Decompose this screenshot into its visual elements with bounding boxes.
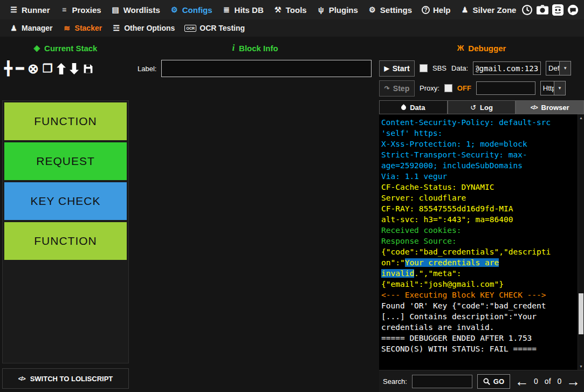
- stack-block-function[interactable]: FUNCTION: [4, 102, 127, 140]
- tab-log[interactable]: ↺ Log: [448, 100, 516, 114]
- result-total: 0: [558, 377, 562, 386]
- chat-icon[interactable]: [567, 4, 579, 16]
- search-go-button[interactable]: GO: [477, 374, 510, 389]
- nav-item-label: Plugins: [329, 5, 358, 15]
- chevron-down-icon[interactable]: ▼: [554, 81, 565, 95]
- stack-block-function[interactable]: FUNCTION: [4, 222, 127, 260]
- nav-item-label: Silver Zone: [473, 5, 517, 15]
- log-line: on":"Your credentials are: [381, 257, 576, 268]
- log-line: X-Xss-Protection: 1; mode=block: [381, 139, 576, 149]
- code-icon: </>: [531, 104, 538, 111]
- history-icon[interactable]: [521, 4, 533, 16]
- nav-item-ocr-testing[interactable]: OCROCR Testing: [180, 19, 250, 37]
- search-input[interactable]: [412, 375, 472, 388]
- prev-result-arrow[interactable]: ←: [515, 374, 529, 388]
- sbs-checkbox[interactable]: [420, 64, 428, 72]
- start-button[interactable]: ▶ Start: [379, 60, 415, 77]
- ocr-icon: OCR: [184, 25, 196, 32]
- play-icon: ▶: [384, 65, 389, 72]
- nav-item-stacker[interactable]: ≋Stacker: [58, 19, 107, 37]
- nav-item-plugins[interactable]: ψPlugins: [312, 0, 363, 19]
- nav-item-help[interactable]: ?Help: [417, 0, 456, 19]
- proxy-input[interactable]: [476, 81, 535, 95]
- remove-block-icon[interactable]: ━: [16, 61, 23, 76]
- gear-icon: ⚙: [368, 5, 377, 14]
- move-up-icon[interactable]: [57, 63, 66, 74]
- sub-nav-items: ♟Manager≋Stacker☲Other OptionsOCROCR Tes…: [4, 19, 250, 37]
- log-line: Received cookies:: [381, 225, 576, 236]
- log-search-bar: Search: GO ← 0 of 0 →: [379, 370, 584, 392]
- debugger-header: Ж Debugger: [379, 44, 584, 53]
- nav-item-label: Settings: [380, 5, 412, 15]
- scroll-down-icon[interactable]: ▼: [578, 365, 584, 368]
- nav-item-manager[interactable]: ♟Manager: [4, 19, 58, 37]
- nav-item-runner[interactable]: ☰Runner: [4, 0, 55, 19]
- topnav-icon-buttons: [521, 4, 580, 16]
- save-icon[interactable]: [83, 63, 94, 74]
- log-line: {"code":"bad_credentials","descripti: [381, 246, 576, 257]
- add-block-icon[interactable]: ╋: [4, 61, 12, 76]
- next-result-arrow[interactable]: →: [566, 374, 580, 388]
- scrollbar-thumb[interactable]: [579, 293, 583, 334]
- stack-block-key-check[interactable]: KEY CHECK: [4, 182, 127, 220]
- top-nav-items: ☰Runner≡Proxies▤Wordlists⚙Configs≣Hits D…: [4, 0, 521, 19]
- scroll-up-icon[interactable]: ▲: [578, 116, 584, 120]
- people-icon: ♟: [9, 24, 18, 32]
- rows-icon: ≡: [60, 5, 69, 14]
- tab-data[interactable]: Data: [379, 100, 448, 114]
- nav-item-label: Proxies: [72, 5, 101, 15]
- tab-log-label: Log: [480, 104, 493, 112]
- log-line: alt-svc: h3=":443"; ma=86400: [381, 214, 576, 225]
- screenshot-camera-icon[interactable]: [537, 5, 548, 15]
- current-stack-header: ◈ Current Stack: [0, 43, 131, 53]
- db-icon: ≣: [222, 5, 231, 14]
- nav-item-hits-db[interactable]: ≣Hits DB: [217, 0, 269, 19]
- log-line: Via: 1.1 vegur: [381, 171, 576, 182]
- start-label: Start: [393, 64, 410, 73]
- nav-item-label: Tools: [286, 5, 307, 15]
- step-label: Step: [393, 84, 409, 93]
- tab-data-label: Data: [410, 104, 425, 112]
- question-icon: ?: [422, 6, 430, 14]
- nav-item-silver-zone[interactable]: ♟Silver Zone: [456, 0, 521, 19]
- stack-block-request[interactable]: REQUEST: [4, 142, 127, 180]
- stack-panel: FUNCTIONREQUESTKEY CHECKFUNCTION: [2, 100, 129, 363]
- section-headers: ◈ Current Stack i Block Info Ж Debugger: [0, 41, 584, 55]
- data-input[interactable]: [473, 61, 541, 75]
- droplet-icon: [400, 104, 407, 111]
- chevron-down-icon[interactable]: ▼: [559, 61, 571, 75]
- proxy-type-select[interactable]: Http ▼: [540, 81, 566, 95]
- disable-block-icon[interactable]: ⊗: [28, 61, 39, 77]
- discord-icon[interactable]: [552, 4, 564, 16]
- nav-item-label: Other Options: [124, 24, 175, 32]
- log-line: invalid.","meta":: [381, 268, 576, 279]
- log-scrollbar[interactable]: ▲ ▼: [578, 114, 584, 370]
- search-label: Search:: [383, 377, 407, 386]
- debugger-column: Data ↺ Log </> Browser Content-Security-…: [379, 100, 584, 392]
- move-down-icon[interactable]: [70, 63, 79, 74]
- wordlist-type-select[interactable]: Default ▼: [546, 61, 571, 75]
- nav-item-wordlists[interactable]: ▤Wordlists: [106, 0, 165, 19]
- clone-block-icon[interactable]: ❐: [43, 62, 53, 75]
- person-icon: ♟: [461, 5, 470, 14]
- tab-browser[interactable]: </> Browser: [516, 100, 584, 114]
- log-line: CF-Cache-Status: DYNAMIC: [381, 182, 576, 192]
- proxy-checkbox[interactable]: [444, 84, 452, 92]
- hammer-icon: ⚒: [273, 5, 283, 14]
- switch-to-loliscript-button[interactable]: </> SWITCH TO LOLISCRIPT: [2, 368, 129, 389]
- switch-label: SWITCH TO LOLISCRIPT: [30, 375, 113, 383]
- log-line: credentials are invalid.: [381, 322, 576, 333]
- nav-item-label: Wordlists: [123, 5, 160, 15]
- step-button[interactable]: ↷ Step: [379, 80, 415, 97]
- nav-item-tools[interactable]: ⚒Tools: [269, 0, 312, 19]
- nav-item-other-options[interactable]: ☲Other Options: [107, 19, 180, 37]
- label-caption: Label:: [138, 65, 156, 73]
- list-icon: ☰: [9, 5, 18, 14]
- gear-icon: ⚙: [170, 5, 179, 14]
- proxy-state: OFF: [457, 84, 471, 92]
- nav-item-settings[interactable]: ⚙Settings: [363, 0, 417, 19]
- block-label-input[interactable]: [161, 60, 372, 77]
- sbs-label: SBS: [432, 64, 446, 72]
- nav-item-configs[interactable]: ⚙Configs: [165, 0, 217, 19]
- nav-item-proxies[interactable]: ≡Proxies: [55, 0, 106, 19]
